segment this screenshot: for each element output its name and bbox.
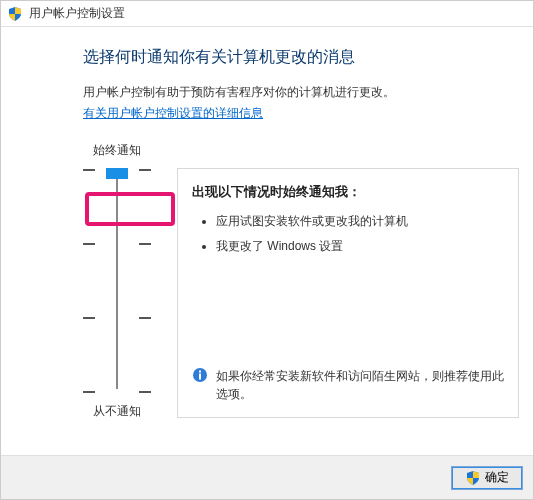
content-area: 选择何时通知你有关计算机更改的消息 用户帐户控制有助于预防有害程序对你的计算机进… (1, 27, 533, 455)
info-icon (192, 367, 208, 383)
slider-tick (83, 391, 151, 393)
ok-button[interactable]: 确定 (451, 466, 523, 490)
slider-track (116, 173, 118, 389)
slider-thumb[interactable] (106, 168, 128, 179)
window-title: 用户帐户控制设置 (29, 5, 125, 22)
svg-rect-1 (199, 374, 201, 380)
titlebar: 用户帐户控制设置 (1, 1, 533, 27)
info-row: 如果你经常安装新软件和访问陌生网站，则推荐使用此选项。 (192, 361, 504, 407)
slider-tick (83, 317, 151, 319)
list-item: 我更改了 Windows 设置 (216, 238, 504, 255)
detail-panel: 出现以下情况时始终通知我： 应用试图安装软件或更改我的计算机 我更改了 Wind… (177, 168, 519, 418)
slider-tick (83, 243, 151, 245)
slider-area: 始终通知 从不通知 出现以下情况时始终通知我： 应用试图安装软件或更改我的计算机… (83, 142, 519, 420)
info-text: 如果你经常安装新软件和访问陌生网站，则推荐使用此选项。 (216, 367, 504, 403)
ok-button-label: 确定 (485, 469, 509, 486)
uac-settings-window: 用户帐户控制设置 选择何时通知你有关计算机更改的消息 用户帐户控制有助于预防有害… (0, 0, 534, 500)
description-text: 用户帐户控制有助于预防有害程序对你的计算机进行更改。 (83, 84, 519, 101)
panel-bullet-list: 应用试图安装软件或更改我的计算机 我更改了 Windows 设置 (192, 213, 504, 263)
footer: 确定 (1, 455, 533, 499)
shield-icon (465, 470, 481, 486)
slider-label-never: 从不通知 (93, 403, 141, 420)
notification-slider[interactable] (83, 169, 151, 393)
list-item: 应用试图安装软件或更改我的计算机 (216, 213, 504, 230)
slider-label-always: 始终通知 (93, 142, 141, 159)
slider-column: 始终通知 从不通知 (83, 142, 151, 420)
help-link[interactable]: 有关用户帐户控制设置的详细信息 (83, 105, 263, 122)
svg-rect-2 (199, 371, 201, 373)
page-title: 选择何时通知你有关计算机更改的消息 (83, 47, 519, 68)
shield-icon (7, 6, 23, 22)
panel-title: 出现以下情况时始终通知我： (192, 183, 504, 201)
